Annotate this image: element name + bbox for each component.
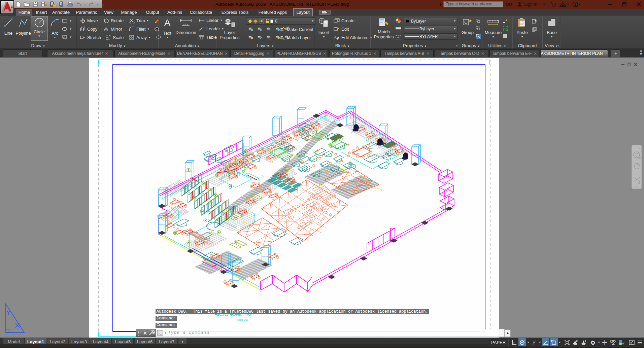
svg-text:?: ? [574, 2, 576, 6]
svg-text:2D: 2D [638, 156, 641, 160]
svg-text:A: A [164, 18, 171, 28]
svg-text:skala 1:50: skala 1:50 [237, 319, 248, 321]
